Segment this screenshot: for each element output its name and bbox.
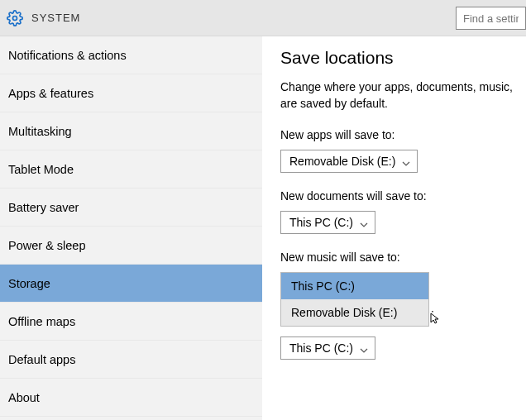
chevron-down-icon xyxy=(360,344,368,352)
setting-label: New music will save to: xyxy=(280,251,526,264)
dropdown-option-removable[interactable]: Removable Disk (E:) xyxy=(281,299,428,326)
sidebar-item-about[interactable]: About xyxy=(0,379,262,417)
dropdown-option-label: Removable Disk (E:) xyxy=(291,306,397,319)
content-panel: Save locations Change where your apps, d… xyxy=(262,36,526,420)
combo-extra[interactable]: This PC (C:) xyxy=(280,336,375,360)
sidebar-item-default-apps[interactable]: Default apps xyxy=(0,341,262,379)
sidebar-item-multitasking[interactable]: Multitasking xyxy=(0,112,262,150)
window-title: SYSTEM xyxy=(31,12,519,24)
page-title: Save locations xyxy=(280,48,526,68)
gear-icon xyxy=(7,10,23,26)
sidebar-item-label: Tablet Mode xyxy=(8,163,74,176)
cursor-icon xyxy=(429,312,442,325)
combo-new-apps[interactable]: Removable Disk (E:) xyxy=(280,150,418,173)
dropdown-option-this-pc[interactable]: This PC (C:) xyxy=(281,273,428,299)
sidebar-item-label: Battery saver xyxy=(8,201,79,214)
combo-value: Removable Disk (E:) xyxy=(289,155,395,168)
page-description: Change where your apps, documents, music… xyxy=(280,79,526,112)
sidebar-item-notifications[interactable]: Notifications & actions xyxy=(0,36,262,74)
dropdown-list: This PC (C:) Removable Disk (E:) xyxy=(280,272,429,327)
sidebar-item-power[interactable]: Power & sleep xyxy=(0,227,262,265)
search-input[interactable] xyxy=(456,7,526,30)
sidebar-item-label: Default apps xyxy=(8,353,75,366)
setting-new-apps: New apps will save to: Removable Disk (E… xyxy=(280,128,526,173)
sidebar-item-label: Multitasking xyxy=(8,125,72,138)
combo-value: This PC (C:) xyxy=(289,216,353,229)
combo-new-documents[interactable]: This PC (C:) xyxy=(280,211,375,234)
sidebar-item-label: Notifications & actions xyxy=(8,49,127,62)
sidebar-item-label: Offline maps xyxy=(8,315,75,328)
setting-new-documents: New documents will save to: This PC (C:) xyxy=(280,189,526,234)
dropdown-new-music: This PC (C:) Removable Disk (E:) : xyxy=(280,272,429,327)
dropdown-option-label: This PC (C:) xyxy=(291,279,355,293)
sidebar-item-storage[interactable]: Storage xyxy=(0,265,262,303)
chevron-down-icon xyxy=(402,157,410,165)
sidebar-item-label: Power & sleep xyxy=(8,239,86,252)
setting-label: New apps will save to: xyxy=(280,128,526,141)
sidebar-item-label: Storage xyxy=(8,277,50,290)
sidebar-item-battery[interactable]: Battery saver xyxy=(0,189,262,227)
sidebar: Notifications & actions Apps & features … xyxy=(0,36,262,420)
setting-extra: This PC (C:) xyxy=(280,336,526,360)
svg-point-0 xyxy=(13,16,17,20)
trailing-colon-text: : xyxy=(431,307,434,320)
setting-label: New documents will save to: xyxy=(280,189,526,203)
sidebar-item-tablet[interactable]: Tablet Mode xyxy=(0,150,262,189)
setting-new-music: New music will save to: This PC (C:) Rem… xyxy=(280,251,526,327)
chevron-down-icon xyxy=(360,218,368,227)
sidebar-item-label: Apps & features xyxy=(8,87,93,100)
sidebar-item-label: About xyxy=(8,391,40,404)
sidebar-item-apps[interactable]: Apps & features xyxy=(0,74,262,112)
combo-value: This PC (C:) xyxy=(289,341,353,355)
sidebar-item-offline-maps[interactable]: Offline maps xyxy=(0,303,262,341)
window-header: SYSTEM xyxy=(0,0,526,36)
